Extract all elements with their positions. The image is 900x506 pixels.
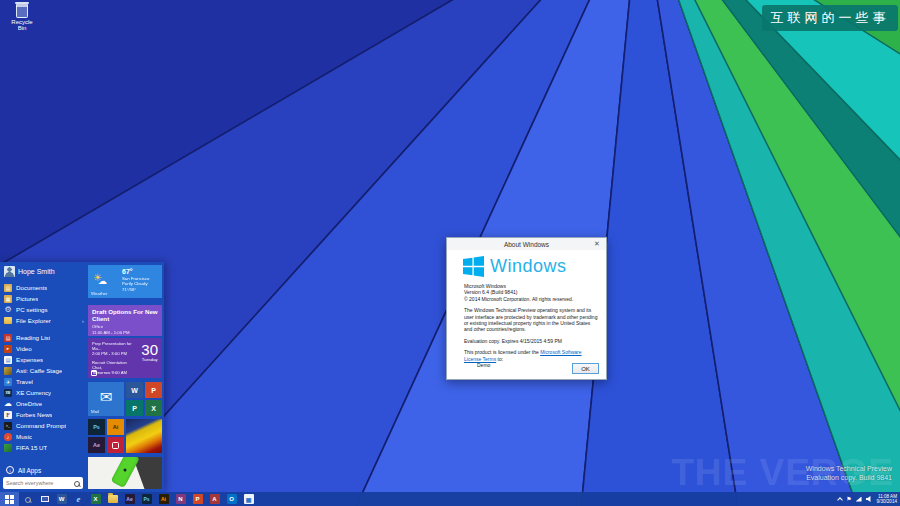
menu-item-reading-list[interactable]: ▤ Reading List — [4, 332, 84, 343]
taskbar-powerpoint[interactable]: P — [189, 492, 206, 506]
powerpoint-icon: P — [193, 494, 203, 504]
menu-item-label: OneDrive — [16, 400, 42, 407]
search-icon — [24, 496, 31, 503]
chevron-up-icon[interactable] — [837, 497, 843, 503]
start-button[interactable] — [0, 492, 19, 506]
photoshop-tile[interactable]: Ps — [88, 419, 105, 435]
dialog-titlebar[interactable]: About Windows ✕ — [447, 238, 606, 250]
close-icon[interactable]: ✕ — [591, 239, 603, 248]
publisher-tile[interactable]: P — [126, 400, 143, 416]
taskbar-after-effects[interactable]: Ae — [121, 492, 138, 506]
envelope-icon: ✉ — [100, 388, 113, 406]
travel-icon: ✈ — [4, 378, 12, 386]
excel-tile[interactable]: X — [145, 400, 162, 416]
all-apps-button[interactable]: ↓ All Apps — [6, 466, 41, 474]
illustrator-tile[interactable]: Ai — [107, 419, 124, 435]
ok-button[interactable]: OK — [572, 363, 599, 374]
taskbar-photos[interactable]: ▦ — [240, 492, 257, 506]
menu-item-label: Video — [16, 345, 32, 352]
after-effects-icon: Ae — [125, 494, 135, 504]
onedrive-cloud-icon: ☁ — [4, 400, 12, 408]
system-tray: ⚑ 11:08 AM 9/30/2014 — [838, 494, 900, 505]
all-apps-label: All Apps — [18, 467, 41, 474]
task-view-button[interactable] — [36, 492, 53, 506]
taskbar-clock[interactable]: 11:08 AM 9/30/2014 — [877, 494, 897, 505]
word-tile[interactable]: W — [126, 382, 143, 398]
action-center-flag-icon[interactable]: ⚑ — [846, 496, 851, 502]
menu-item-label: Music — [16, 433, 32, 440]
site-watermark-badge: 互联网的一些事 — [762, 5, 898, 31]
taskbar-onenote[interactable]: N — [172, 492, 189, 506]
user-avatar[interactable] — [4, 266, 15, 277]
cloud-icon: ☁ — [98, 276, 107, 286]
menu-item-xe-currency[interactable]: XE XE Currency — [4, 387, 84, 398]
calendar-icon — [91, 370, 97, 376]
menu-item-travel[interactable]: ✈ Travel — [4, 376, 84, 387]
music-icon: ♪ — [4, 433, 12, 441]
video-icon: ► — [4, 345, 12, 353]
menu-item-label: Asti: Caffe Stage — [16, 367, 62, 374]
onenote-icon: N — [176, 494, 186, 504]
menu-item-label: Command Prompt — [16, 422, 66, 429]
menu-item-label: Documents — [16, 284, 47, 291]
menu-item-label: Expenses — [16, 356, 43, 363]
powerpoint-tile[interactable]: P — [145, 382, 162, 398]
menu-item-label: Travel — [16, 378, 33, 385]
red-app-tile[interactable] — [107, 437, 124, 453]
menu-item-label: Reading List — [16, 334, 50, 341]
taskbar-photoshop[interactable]: Ps — [138, 492, 155, 506]
event-title: Draft Options For New Client — [92, 308, 158, 322]
taskbar-word[interactable]: W — [53, 492, 70, 506]
menu-item-asti-caffe-stage[interactable]: Asti: Caffe Stage — [4, 365, 84, 376]
menu-item-pictures[interactable]: ▦ Pictures — [4, 293, 84, 304]
copyright-line: © 2014 Microsoft Corporation. All rights… — [464, 296, 598, 302]
weather-high-low: 71°/58° — [122, 287, 149, 292]
menu-item-command-prompt[interactable]: >_ Command Prompt — [4, 420, 84, 431]
search-icon[interactable] — [73, 480, 80, 487]
speaker-icon[interactable] — [866, 496, 873, 502]
windows-brand-row: Windows — [463, 256, 606, 277]
recycle-bin-label: Recycle Bin — [11, 19, 32, 31]
command-prompt-icon: >_ — [4, 422, 12, 430]
after-effects-tile[interactable]: Ae — [88, 437, 105, 453]
taskbar-excel[interactable]: X — [87, 492, 104, 506]
menu-item-fifa-15-ut[interactable]: FIFA 15 UT — [4, 442, 84, 453]
taskbar-access[interactable]: A — [206, 492, 223, 506]
weather-temp: 67° — [122, 268, 133, 275]
search-box[interactable] — [3, 477, 83, 489]
forbes-icon: F — [4, 411, 12, 419]
car-photo-live-tile[interactable] — [126, 419, 162, 453]
taskbar-file-explorer[interactable] — [104, 492, 121, 506]
menu-item-forbes-news[interactable]: F Forbes News — [4, 409, 84, 420]
calendar-agenda-tile[interactable]: Prep Presentation for Ma... 2:00 PM - 3:… — [88, 338, 162, 378]
weather-tile[interactable]: ☀ ☁ 67° San Francisco Partly Cloudy 71°/… — [88, 265, 162, 298]
day-number: 30 — [141, 342, 158, 357]
menu-item-video[interactable]: ► Video — [4, 343, 84, 354]
windows-brand-text: Windows — [490, 256, 567, 277]
menu-item-onedrive[interactable]: ☁ OneDrive — [4, 398, 84, 409]
menu-item-music[interactable]: ♪ Music — [4, 431, 84, 442]
recycle-bin[interactable]: Recycle Bin — [7, 4, 37, 31]
search-input[interactable] — [6, 480, 73, 486]
build-watermark-line1: Windows Technical Preview — [806, 464, 892, 473]
network-icon[interactable] — [856, 497, 862, 502]
menu-item-documents[interactable]: ▤ Documents — [4, 282, 84, 293]
internet-explorer-icon: e — [74, 494, 84, 504]
taskbar-search-button[interactable] — [19, 492, 36, 506]
agenda-event-title: Recruit Orientation Chat, — [92, 360, 136, 370]
photos-icon: ▦ — [244, 494, 254, 504]
documents-icon: ▤ — [4, 284, 12, 292]
phone-photo-live-tile[interactable] — [88, 457, 162, 489]
chevron-right-icon[interactable]: › — [82, 318, 84, 324]
menu-item-pc-settings[interactable]: ⚙ PC settings — [4, 304, 84, 315]
calendar-event-tile[interactable]: Draft Options For New Client Office 11:0… — [88, 305, 162, 336]
menu-item-expenses[interactable]: ▤ Expenses — [4, 354, 84, 365]
taskbar-internet-explorer[interactable]: e — [70, 492, 87, 506]
xe-currency-icon: XE — [4, 389, 12, 397]
mail-tile[interactable]: ✉ Mail — [88, 382, 124, 416]
taskbar-illustrator[interactable]: Ai — [155, 492, 172, 506]
menu-item-file-explorer[interactable]: File Explorer › — [4, 315, 84, 326]
taskbar-outlook[interactable]: O — [223, 492, 240, 506]
fifa-icon — [4, 444, 12, 452]
menu-item-label: Pictures — [16, 295, 38, 302]
